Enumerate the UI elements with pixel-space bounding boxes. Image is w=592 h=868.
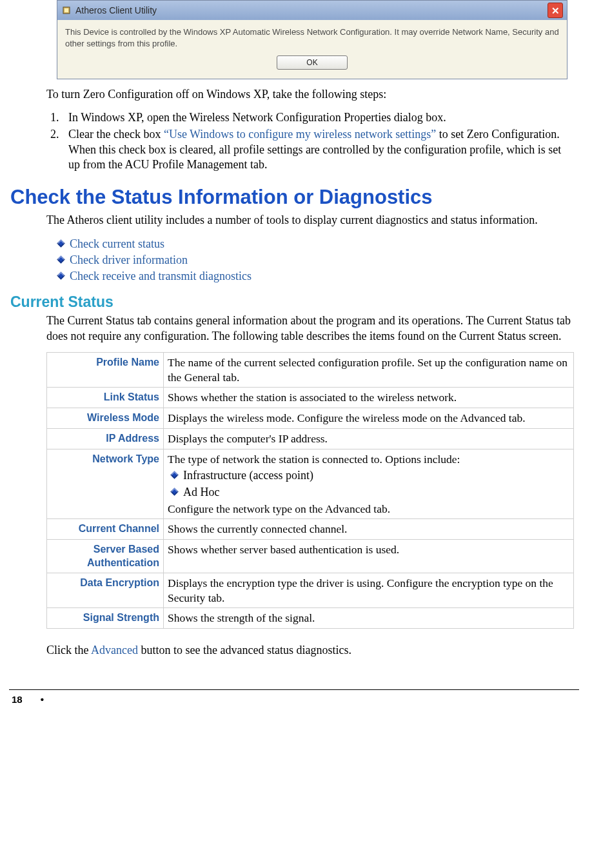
table-row: Wireless Mode Displays the wireless mode… (47, 408, 574, 429)
closing-suffix: button to see the advanced status diagno… (138, 644, 351, 656)
network-type-intro: The type of network the station is conne… (168, 453, 460, 466)
row-desc: Displays the encryption type the driver … (164, 573, 574, 608)
close-icon[interactable]: ✕ (548, 3, 563, 18)
table-row: Signal Strength Shows the strength of th… (47, 608, 574, 629)
page-footer: 18 • (9, 689, 579, 716)
option-infrastructure: Infrastructure (access point) (172, 468, 569, 484)
row-desc: The name of the current selected configu… (164, 352, 574, 388)
row-label: Wireless Mode (47, 408, 164, 429)
steps-list: In Windows XP, open the Wireless Network… (46, 110, 574, 173)
row-label: Current Channel (47, 519, 164, 540)
table-row: Profile Name The name of the current sel… (47, 352, 574, 388)
dialog-message: This Device is controlled by the Windows… (65, 27, 559, 48)
row-desc: Displays the computer's IP address. (164, 428, 574, 449)
row-label: Link Status (47, 388, 164, 408)
row-desc: Shows whether server based authenticatio… (164, 540, 574, 573)
ok-button[interactable]: OK (277, 55, 348, 70)
row-desc: Shows the strength of the signal. (164, 608, 574, 629)
link-check-driver-information[interactable]: Check driver information (58, 252, 574, 268)
step-1: In Windows XP, open the Wireless Network… (62, 110, 574, 126)
closing-prefix: Click the (46, 644, 91, 656)
table-row: Server Based Authentication Shows whethe… (47, 540, 574, 573)
row-label: Data Encryption (47, 573, 164, 608)
heading-check-status: Check the Status Information or Diagnost… (10, 186, 579, 209)
network-type-options: Infrastructure (access point) Ad Hoc (168, 468, 569, 500)
option-adhoc: Ad Hoc (172, 484, 569, 500)
link-check-diagnostics[interactable]: Check receive and transmit diagnostics (58, 268, 574, 284)
app-icon (61, 5, 72, 15)
step-2-prefix: Clear the check box (68, 128, 164, 141)
row-label: Network Type (47, 449, 164, 519)
table-row: Link Status Shows whether the station is… (47, 388, 574, 408)
footer-bullet: • (41, 694, 44, 705)
table-row: Data Encryption Displays the encryption … (47, 573, 574, 608)
step-2: Clear the check box “Use Windows to conf… (62, 127, 574, 173)
dialog-body: This Device is controlled by the Windows… (57, 20, 567, 79)
table-row: Current Channel Shows the currently conn… (47, 519, 574, 540)
link-list: Check current status Check driver inform… (46, 236, 574, 285)
row-desc: The type of network the station is conne… (164, 449, 574, 519)
link-check-current-status[interactable]: Check current status (58, 236, 574, 252)
row-label: Signal Strength (47, 608, 164, 629)
row-label: Profile Name (47, 352, 164, 388)
row-label: Server Based Authentication (47, 540, 164, 573)
intro-paragraph: To turn Zero Configuration off on Window… (46, 87, 574, 103)
table-row: IP Address Displays the computer's IP ad… (47, 428, 574, 449)
row-desc: Displays the wireless mode. Configure th… (164, 408, 574, 429)
row-desc: Shows whether the station is associated … (164, 388, 574, 408)
status-table: Profile Name The name of the current sel… (46, 352, 574, 629)
page-number: 18 (12, 694, 23, 705)
row-desc: Shows the currently connected channel. (164, 519, 574, 540)
main-paragraph: The Atheros client utility includes a nu… (46, 213, 574, 228)
row-label: IP Address (47, 428, 164, 449)
dialog-titlebar: Atheros Client Utility ✕ (57, 1, 567, 20)
network-type-outro: Configure the network type on the Advanc… (168, 502, 390, 515)
sub-paragraph: The Current Status tab contains general … (46, 313, 574, 344)
svg-rect-1 (64, 8, 68, 12)
atheros-dialog: Atheros Client Utility ✕ This Device is … (57, 0, 567, 79)
advanced-link[interactable]: Advanced (91, 644, 138, 656)
closing-paragraph: Click the Advanced button to see the adv… (46, 643, 574, 658)
dialog-title: Atheros Client Utility (75, 5, 157, 15)
heading-current-status: Current Status (10, 293, 579, 311)
table-row: Network Type The type of network the sta… (47, 449, 574, 519)
step-2-quoted: “Use Windows to configure my wireless ne… (164, 128, 436, 141)
